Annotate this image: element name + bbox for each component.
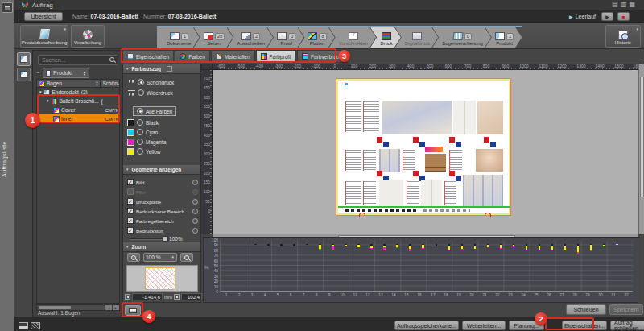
detach-icon[interactable]: ▦ (629, 1, 638, 8)
forward-button[interactable]: Weiterleiten... (462, 321, 506, 330)
stop-button[interactable]: ■ (617, 12, 630, 21)
checkbox-bedruckstoff[interactable]: ✓ (127, 227, 134, 234)
search-input[interactable] (40, 56, 106, 64)
separation-checkbox[interactable] (167, 66, 172, 72)
radio-icon[interactable] (192, 180, 198, 185)
color-row-cyan[interactable]: Cyan (127, 127, 166, 137)
zoom-section-header[interactable]: ▼ Zoom (123, 242, 200, 252)
radio-icon[interactable] (192, 218, 198, 224)
close-button[interactable]: Schließen (566, 304, 606, 315)
color-row-yellow[interactable]: Yellow (127, 147, 166, 156)
axis-tick-label: 18 (440, 293, 451, 297)
step-bogenverarbeitung[interactable]: 0Bogenverarbeitung (432, 27, 491, 48)
scroll-left-icon[interactable]: ◄ (105, 305, 112, 310)
radio-icon[interactable] (137, 148, 143, 155)
axis-tick-label: 27 (556, 293, 567, 297)
checkbox-bild[interactable]: ✓ (127, 179, 134, 185)
sort-icon[interactable]: ▲▼ (95, 81, 98, 85)
checkbox-farbregelbereich[interactable]: ✓ (127, 217, 134, 224)
radio-icon[interactable] (192, 209, 198, 214)
chevron-down-icon: ▾ (636, 27, 638, 31)
scrollbar-thumb[interactable] (640, 77, 644, 197)
product-selector[interactable]: Produkt ▲▼ (43, 68, 89, 78)
navigator-thumbnail[interactable] (126, 265, 198, 292)
radio-icon[interactable] (138, 89, 144, 96)
processing-button[interactable]: Verarbeitung (71, 25, 105, 48)
step-seiten[interactable]: 28Seiten (194, 27, 233, 48)
opacity-slider[interactable] (130, 238, 167, 240)
zoom-in-button[interactable] (180, 253, 193, 262)
product-description-button[interactable]: ▾ Produktbeschreibung (20, 25, 68, 48)
press-icon (382, 32, 391, 40)
color-separation-panel: ▼ Farbauszug Schöndruck Widerdruck Alle … (122, 64, 201, 303)
ruler-tick-label: 100 (349, 64, 360, 68)
radio-icon[interactable] (137, 129, 143, 135)
color-row-black[interactable]: Black (127, 118, 166, 127)
separation-section-header[interactable]: ▼ Farbauszug (123, 64, 200, 74)
ruler-tick-label: -200 (291, 64, 303, 68)
radio-icon[interactable] (137, 139, 143, 145)
press-sheet[interactable] (336, 78, 511, 216)
slider-handle[interactable] (163, 236, 168, 242)
geometry-section-header[interactable]: ▼ Geometrie anzeigen (123, 165, 200, 175)
montage-view-button[interactable] (17, 68, 31, 81)
checkbox-bedruckbarer-bereich[interactable]: ✓ (127, 208, 134, 214)
minimize-icon[interactable]: ▤ (612, 1, 621, 8)
geometry-row-druckplatte[interactable]: ✓Druckplatte (127, 197, 198, 206)
close-job-button[interactable]: Auftrag schließen (610, 321, 644, 330)
step-vorschneiden[interactable]: Vorschneiden (329, 27, 376, 48)
overview-button[interactable]: Übersicht (24, 12, 63, 21)
step-digitaldruck[interactable]: Digitaldruck (395, 27, 438, 48)
spinner-arrows-icon[interactable]: ▲▼ (83, 71, 86, 76)
panel-layout-icon[interactable] (19, 322, 28, 329)
digital-icon (412, 32, 422, 40)
preview-vertical-scrollbar[interactable] (638, 64, 644, 234)
radio-icon[interactable] (137, 119, 143, 126)
history-button[interactable]: ▾ Historie (605, 25, 641, 48)
zoom-out-button[interactable] (127, 253, 140, 262)
geometry-row-bild[interactable]: ✓Bild (127, 177, 198, 187)
auftragsliste-tab[interactable]: Auftragsliste (2, 141, 13, 177)
back-side-option[interactable]: Widerdruck (128, 89, 173, 96)
ink-bar-black (409, 244, 411, 246)
sheet-preview-area[interactable] (213, 70, 638, 234)
search-icon[interactable] (109, 57, 115, 63)
tree-header[interactable]: Bogen▲▼ Schön- (36, 79, 120, 88)
radio-icon[interactable] (192, 199, 198, 205)
geometry-row-bedruckstoff[interactable]: ✓Bedruckstoff (127, 225, 198, 235)
front-side-option[interactable]: Schöndruck (128, 79, 174, 85)
geometry-row-film[interactable]: Film (127, 187, 198, 197)
geometry-row-farbregelbereich[interactable]: ✓Farbregelbereich (127, 216, 198, 225)
start-button[interactable]: ▶ (601, 12, 613, 21)
radio-icon[interactable] (137, 108, 143, 114)
axis-tick-label: 13 (376, 293, 386, 297)
window-controls[interactable]: ▤▥▦ (612, 1, 638, 8)
sheet-view-button[interactable] (17, 52, 31, 66)
axis-tick-label: 15 (402, 293, 412, 297)
radio-icon[interactable] (192, 189, 198, 195)
collapse-toggle[interactable]: − (36, 70, 39, 76)
tile-icon[interactable]: ▥ (621, 1, 630, 8)
radio-icon[interactable] (138, 79, 144, 85)
grid-layout-icon[interactable] (31, 322, 40, 329)
checkbox-druckplatte[interactable]: ✓ (127, 198, 134, 205)
ink-bar-black (474, 244, 477, 246)
x-position-field[interactable]: -1.414,6 (132, 293, 163, 300)
checkbox-film[interactable] (127, 188, 134, 195)
ink-bar-yellow (616, 244, 618, 245)
ruler-tick-label: 150 (204, 180, 210, 184)
radio-icon[interactable] (192, 228, 198, 234)
step-ausschie-en[interactable]: 2Ausschießen (227, 27, 273, 48)
y-position-field[interactable]: 102,4 (181, 293, 202, 300)
step-dokumente[interactable]: 1Dokumente (157, 27, 200, 48)
geometry-row-bedruckbarer-bereich[interactable]: ✓Bedruckbarer Bereich (127, 206, 198, 216)
dock-restore-button[interactable] (2, 2, 13, 13)
ink-zone-group-9 (323, 240, 336, 291)
ink-zone-group-7 (297, 240, 310, 291)
zoom-level-select[interactable]: 100 %▼ (143, 253, 177, 262)
job-card-button[interactable]: Auftragsspeicherkarte... (394, 321, 459, 330)
scroll-right-icon[interactable]: ► (112, 305, 119, 310)
all-colors-option[interactable]: Alle Farben (133, 106, 176, 116)
scrollbar-thumb[interactable] (39, 306, 71, 309)
color-row-magenta[interactable]: Magenta (127, 137, 166, 147)
